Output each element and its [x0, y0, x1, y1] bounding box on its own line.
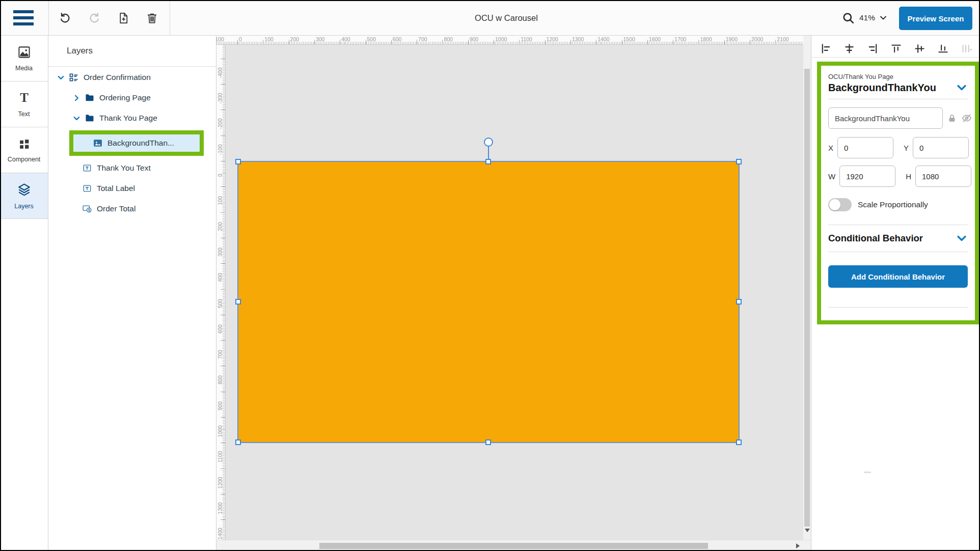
- y-input[interactable]: [913, 137, 969, 158]
- selected-canvas-object-background[interactable]: [237, 161, 740, 443]
- ruler-major-tick: [545, 40, 546, 44]
- layer-row-order-total[interactable]: $Order Total: [48, 200, 216, 218]
- scale-proportionally-toggle[interactable]: [828, 198, 852, 211]
- object-name-input[interactable]: [828, 107, 943, 129]
- horizontal-scrollbar-thumb[interactable]: [319, 543, 708, 549]
- zoom-control[interactable]: 41%: [841, 7, 887, 29]
- align-center-horizontal-icon[interactable]: [843, 42, 855, 54]
- image-layer-icon: [92, 138, 103, 149]
- design-canvas[interactable]: -100010020030040050060070080090010001100…: [216, 36, 811, 551]
- ruler-major-tick: [596, 40, 596, 44]
- redo-button[interactable]: [88, 11, 101, 24]
- ruler-major-tick: [221, 392, 225, 392]
- lock-icon[interactable]: [947, 113, 957, 124]
- tree-chevron-right-icon[interactable]: [72, 94, 80, 102]
- rotation-handle[interactable]: [484, 137, 493, 147]
- sidebar-item-label: Component: [8, 156, 41, 163]
- ruler-label: 500: [217, 293, 223, 314]
- resize-handle-se[interactable]: [736, 439, 742, 445]
- vertical-ruler: -400-300-200-100010020030040050060070080…: [216, 45, 226, 540]
- distribute-icon: [960, 42, 972, 54]
- scroll-down-arrow-icon[interactable]: [805, 529, 810, 532]
- align-bottom-icon[interactable]: [937, 42, 949, 54]
- layer-row-thank-you-page[interactable]: Thank You Page: [48, 109, 216, 127]
- layer-row-backgroundthan-[interactable]: BackgroundThan...: [73, 134, 200, 152]
- top-toolbar: OCU w Carousel 41% Preview Screen: [0, 0, 980, 36]
- resize-handle-e[interactable]: [736, 299, 742, 305]
- conditional-behavior-title: Conditional Behavior: [828, 233, 923, 244]
- sidebar-item-layers[interactable]: Layers: [0, 173, 48, 219]
- ruler-label: 800: [444, 36, 453, 42]
- new-file-button[interactable]: [117, 11, 130, 24]
- text-layer-icon: [81, 163, 92, 174]
- x-input[interactable]: [837, 137, 893, 158]
- collapse-section-chevron-icon[interactable]: [956, 232, 968, 244]
- ruler-label: 1100: [217, 447, 223, 467]
- ruler-label: 1300: [572, 36, 584, 42]
- ruler-major-tick: [221, 494, 225, 494]
- layer-row-thank-you-text[interactable]: Thank You Text: [48, 159, 216, 177]
- ruler-major-tick: [366, 40, 366, 44]
- divider: [811, 57, 980, 58]
- layer-row-total-label[interactable]: Total Label: [48, 179, 216, 198]
- vertical-scrollbar[interactable]: [803, 36, 811, 540]
- align-left-icon[interactable]: [820, 42, 832, 54]
- ruler-major-tick: [221, 84, 225, 85]
- ruler-label: 0: [217, 165, 223, 185]
- horizontal-scrollbar[interactable]: [216, 540, 811, 551]
- toolbar-divider: [48, 0, 49, 36]
- ruler-label: 900: [470, 36, 479, 42]
- delete-button[interactable]: [145, 11, 158, 24]
- document-title: OCU w Carousel: [475, 0, 538, 36]
- money-icon: $: [81, 204, 92, 214]
- ruler-label: 200: [290, 36, 300, 42]
- layer-label: Thank You Text: [97, 163, 151, 173]
- horizontal-ruler: -100010020030040050060070080090010001100…: [216, 36, 811, 45]
- ruler-major-tick: [442, 40, 443, 44]
- align-center-vertical-icon[interactable]: [913, 42, 925, 54]
- ruler-label: 1700: [674, 36, 686, 42]
- annotation-highlight-properties: OCU/Thank You Page BackgroundThankYou: [817, 62, 979, 324]
- ruler-major-tick: [221, 519, 225, 520]
- sidebar-item-text[interactable]: TText: [0, 81, 48, 127]
- add-conditional-behavior-button[interactable]: Add Conditional Behavior: [828, 265, 968, 288]
- tree-chevron-down-icon[interactable]: [57, 73, 65, 81]
- vertical-scrollbar-thumb[interactable]: [804, 69, 810, 527]
- scroll-right-arrow-icon[interactable]: [796, 543, 800, 548]
- ruler-major-tick: [221, 469, 225, 469]
- app-window: OCU w Carousel 41% Preview Screen MediaT…: [0, 0, 980, 551]
- ruler-major-tick: [221, 109, 225, 110]
- resize-handle-ne[interactable]: [736, 159, 742, 164]
- layer-row-order-confirmation[interactable]: Order Confirmation: [48, 68, 216, 87]
- resize-handle-nw[interactable]: [235, 159, 241, 164]
- sidebar-item-component[interactable]: Component: [0, 127, 48, 173]
- ruler-label: -100: [217, 140, 223, 160]
- resize-handle-sw[interactable]: [235, 439, 241, 445]
- ruler-label: 900: [217, 396, 223, 416]
- ruler-major-tick: [263, 40, 263, 44]
- resize-handle-s[interactable]: [485, 439, 491, 445]
- hamburger-menu-icon[interactable]: [13, 10, 34, 25]
- tree-chevron-down-icon[interactable]: [72, 114, 80, 122]
- collapse-section-chevron-icon[interactable]: [956, 81, 968, 94]
- preview-screen-button[interactable]: Preview Screen: [899, 7, 972, 30]
- layer-label: BackgroundThan...: [107, 139, 174, 148]
- resize-handle-n[interactable]: [485, 159, 491, 164]
- annotation-highlight-layer: BackgroundThan...: [69, 130, 204, 156]
- folder-icon: [84, 113, 95, 124]
- x-label: X: [828, 144, 833, 152]
- height-input[interactable]: [915, 166, 971, 187]
- divider: [828, 307, 968, 308]
- ruler-label: 100: [217, 190, 223, 211]
- ruler-label: 600: [217, 319, 223, 339]
- resize-handle-w[interactable]: [235, 299, 241, 305]
- align-right-icon[interactable]: [866, 42, 879, 54]
- ruler-label: 300: [217, 242, 223, 262]
- undo-button[interactable]: [59, 11, 72, 24]
- visibility-off-icon[interactable]: [961, 113, 972, 124]
- width-input[interactable]: [839, 166, 895, 187]
- sidebar-item-media[interactable]: Media: [0, 36, 48, 81]
- layer-row-ordering-page[interactable]: Ordering Page: [48, 89, 216, 107]
- left-toolbar: MediaTTextComponentLayers: [0, 36, 48, 551]
- align-top-icon[interactable]: [890, 42, 902, 54]
